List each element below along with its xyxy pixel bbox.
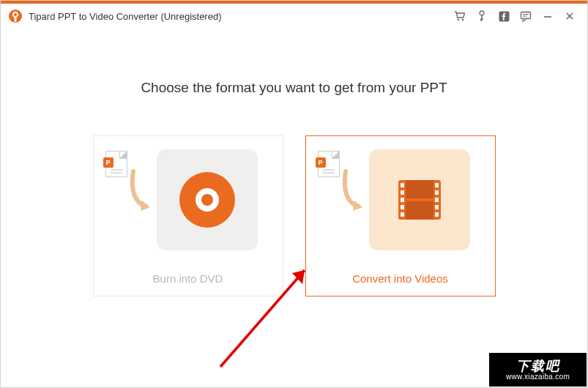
svg-rect-20 xyxy=(435,190,439,195)
arrow-icon xyxy=(338,168,365,217)
arrow-icon xyxy=(126,168,152,217)
page-heading: Choose the format you want to get from y… xyxy=(141,80,447,96)
svg-rect-22 xyxy=(435,205,439,209)
titlebar: Tipard PPT to Video Converter (Unregiste… xyxy=(1,4,587,29)
close-button[interactable] xyxy=(564,10,576,22)
svg-point-5 xyxy=(462,19,464,20)
app-logo-icon xyxy=(8,9,23,23)
facebook-icon[interactable] xyxy=(498,10,510,22)
card-body: P xyxy=(105,149,271,259)
option-label: Burn into DVD xyxy=(153,272,223,285)
svg-rect-15 xyxy=(401,190,404,195)
svg-rect-18 xyxy=(401,212,404,217)
svg-rect-3 xyxy=(15,17,17,22)
card-body: P xyxy=(318,149,483,259)
svg-rect-8 xyxy=(521,12,531,19)
cart-icon[interactable] xyxy=(454,10,466,22)
option-burn-dvd[interactable]: P Burn into DVD xyxy=(93,135,283,296)
svg-rect-21 xyxy=(435,198,439,202)
titlebar-actions xyxy=(454,10,576,22)
dvd-icon xyxy=(157,149,258,250)
svg-rect-14 xyxy=(401,183,404,187)
svg-rect-19 xyxy=(435,183,439,187)
svg-point-11 xyxy=(201,194,213,206)
video-icon xyxy=(369,149,470,250)
watermark: 下载吧 www.xiazaiba.com xyxy=(488,352,587,387)
svg-point-6 xyxy=(480,11,484,15)
app-window: Tipard PPT to Video Converter (Unregiste… xyxy=(0,0,588,388)
svg-rect-23 xyxy=(435,212,439,217)
svg-rect-16 xyxy=(401,198,404,202)
format-options: P Burn into DVD xyxy=(93,135,496,296)
ppt-file-icon: P xyxy=(105,151,127,177)
minimize-button[interactable] xyxy=(542,10,554,22)
key-icon[interactable] xyxy=(476,10,488,22)
ppt-file-icon: P xyxy=(318,151,340,177)
svg-rect-24 xyxy=(406,198,433,201)
svg-point-2 xyxy=(14,13,17,16)
svg-rect-17 xyxy=(401,205,404,209)
app-title: Tipard PPT to Video Converter (Unregiste… xyxy=(29,11,454,22)
option-label: Convert into Videos xyxy=(352,272,448,285)
watermark-text: 下载吧 xyxy=(516,359,560,373)
feedback-icon[interactable] xyxy=(520,10,532,22)
watermark-url: www.xiazaiba.com xyxy=(506,373,570,381)
main-content: Choose the format you want to get from y… xyxy=(1,29,587,296)
svg-point-4 xyxy=(458,19,459,20)
option-convert-video[interactable]: P xyxy=(305,135,496,296)
